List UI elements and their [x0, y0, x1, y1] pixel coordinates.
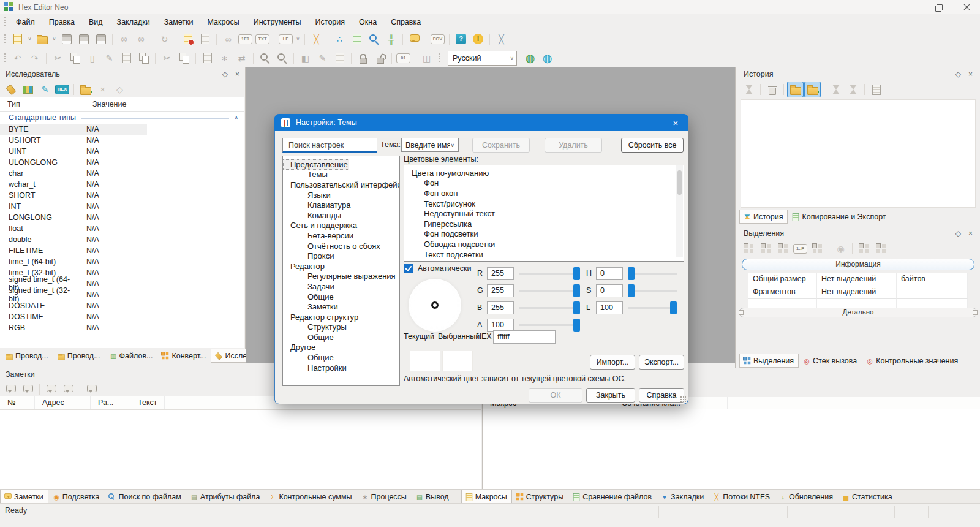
link-icon[interactable]: ∞	[220, 31, 236, 47]
explorer-type-row[interactable]: DOSDATE N/A	[0, 300, 244, 311]
record-macro-icon[interactable]	[179, 31, 196, 47]
find-in-files-icon[interactable]	[366, 31, 382, 47]
comments-icon[interactable]	[406, 31, 423, 47]
hsl-value-input[interactable]: 0	[596, 267, 623, 280]
bottom-dock-tab[interactable]: ▤ Вывод	[412, 490, 454, 504]
color-element-item[interactable]: Недоступный текст	[404, 208, 684, 219]
about-icon[interactable]: i	[470, 31, 486, 47]
slider-thumb[interactable]	[670, 301, 677, 314]
explorer-group-header[interactable]: Стандартные типы ∧	[0, 112, 244, 124]
history-dock-tab[interactable]: История	[739, 210, 788, 224]
select-all-icon[interactable]	[741, 241, 757, 257]
paste-icon[interactable]: ▯	[84, 50, 100, 66]
menu-item[interactable]: Файл	[9, 15, 42, 29]
slider-thumb[interactable]	[573, 301, 580, 314]
bottom-dock-tab[interactable]: Σ Контрольные суммы	[265, 490, 356, 504]
select-range-icon[interactable]: 1..F	[792, 241, 809, 257]
open-file-caret-icon[interactable]: ∨	[51, 31, 58, 47]
explorer-type-row[interactable]: RGB N/A	[0, 322, 244, 333]
color-element-item[interactable]: Обводка подсветки	[404, 239, 684, 249]
pin-type-icon[interactable]: ◇	[111, 82, 128, 97]
pin-icon[interactable]: ◇	[956, 70, 961, 78]
help-icon[interactable]: ?	[453, 31, 469, 47]
color-element-item[interactable]: Текст подсветки	[404, 249, 684, 260]
explorer-type-row[interactable]: INT N/A	[0, 201, 244, 212]
explorer-type-row[interactable]: ULONGLONG N/A	[0, 157, 244, 168]
select-block-icon[interactable]	[809, 241, 826, 257]
copy-append-icon[interactable]	[176, 50, 192, 66]
settings-tree-item[interactable]: Прокси	[283, 251, 399, 261]
hsl-slider[interactable]	[628, 301, 677, 314]
settings-tree-item[interactable]: Заметки	[283, 301, 399, 312]
modify-bits-icon[interactable]: ∗	[216, 50, 233, 66]
close-all-icon[interactable]: ⊗	[133, 31, 149, 47]
arrange-windows-icon[interactable]: ╳	[308, 31, 325, 47]
language-settings-icon[interactable]: ◍	[539, 50, 556, 66]
import-button[interactable]: Импорт...	[590, 355, 635, 370]
bottom-dock-tab[interactable]: ▅ Статистика	[838, 490, 897, 504]
settings-tree-item[interactable]: Представление	[283, 159, 349, 170]
shortcut-keys-icon[interactable]: FGV	[429, 31, 446, 47]
settings-tree-item[interactable]: Регулярные выражения	[283, 271, 399, 282]
explorer-type-row[interactable]: char N/A	[0, 168, 244, 179]
menu-item[interactable]: Макросы	[201, 15, 246, 29]
reload-icon[interactable]: ↻	[156, 31, 173, 47]
settings-tree-item[interactable]: Сеть и поддержка	[283, 221, 399, 231]
help-button[interactable]: Справка	[639, 388, 684, 403]
pin-icon[interactable]: ◇	[222, 70, 228, 78]
menu-item[interactable]: Заметки	[157, 15, 200, 29]
hsl-value-input[interactable]: 0	[596, 284, 623, 297]
edit-selection-icon[interactable]: ✎	[314, 50, 331, 66]
settings-tree-item[interactable]: Другое	[283, 343, 399, 353]
explorer-type-row[interactable]: UINT N/A	[0, 146, 244, 157]
copy-icon[interactable]	[67, 50, 83, 66]
settings-tree-item[interactable]: Общие	[283, 352, 399, 363]
channel-slider[interactable]	[519, 284, 580, 297]
keep-history-new-icon[interactable]	[804, 82, 821, 97]
explorer-type-row[interactable]: BYTE N/A	[0, 124, 147, 135]
color-element-item[interactable]: Фон подсветки	[404, 229, 684, 240]
slider-thumb[interactable]	[573, 267, 580, 280]
close-file-icon[interactable]: ⊗	[116, 31, 132, 47]
copy-special-icon[interactable]	[135, 50, 152, 66]
insert-bytes-icon[interactable]	[331, 50, 348, 66]
bottom-dock-tab[interactable]: ∗ Процессы	[357, 490, 412, 504]
hsl-value-input[interactable]: 100	[596, 301, 623, 314]
fill-icon[interactable]: ◧	[297, 50, 314, 66]
clear-history-icon[interactable]	[764, 82, 780, 97]
close-button[interactable]	[953, 0, 980, 14]
close-icon[interactable]: ×	[235, 70, 239, 78]
channel-value-input[interactable]: 255	[487, 301, 514, 314]
settings-search-input[interactable]: Поиск настроек	[282, 138, 377, 153]
menu-item[interactable]: Справка	[384, 15, 428, 29]
channel-value-input[interactable]: 100	[487, 319, 514, 332]
scrollbar[interactable]	[676, 165, 683, 257]
unlock-icon[interactable]	[372, 50, 388, 66]
hex-value-input[interactable]: ffffff	[493, 330, 556, 344]
compare-files-icon[interactable]	[349, 31, 365, 47]
scrollbar-thumb[interactable]	[677, 170, 682, 195]
share-icon[interactable]: ∴	[331, 31, 348, 47]
save-icon[interactable]	[58, 31, 75, 47]
color-element-item[interactable]: Цвета по-умолчанию	[404, 168, 684, 178]
settings-tree-item[interactable]: Редактор структур	[283, 312, 399, 322]
save-as-icon[interactable]	[75, 31, 92, 47]
restore-button[interactable]	[926, 0, 953, 14]
txt-format-icon[interactable]: TXT	[254, 31, 271, 47]
bottom-dock-tab[interactable]: Поиск по файлам	[104, 490, 186, 504]
bottom-dock-tab[interactable]: ▤ Атрибуты файла	[186, 490, 265, 504]
cut-append-icon[interactable]: ✂	[159, 50, 175, 66]
ok-button[interactable]: ОК	[529, 388, 582, 403]
history-list-area[interactable]	[741, 99, 976, 208]
color-element-item[interactable]: Фон окон	[404, 188, 684, 199]
channel-slider[interactable]	[519, 301, 580, 314]
endianness-icon[interactable]: LE	[277, 31, 294, 47]
pencil-icon[interactable]: ✎	[37, 82, 53, 97]
keep-history-icon[interactable]	[787, 82, 804, 97]
add-type-icon[interactable]	[77, 82, 94, 97]
settings-tree-item[interactable]: Отчётность о сбоях	[283, 241, 399, 251]
selections-dock-tab[interactable]: ◎ Контрольные значения	[862, 354, 963, 368]
settings-tree-item[interactable]: Задачи	[283, 281, 399, 292]
explorer-dock-tab[interactable]: ▥ Файлов...	[105, 349, 158, 363]
redo-icon[interactable]: ↷	[26, 50, 43, 66]
